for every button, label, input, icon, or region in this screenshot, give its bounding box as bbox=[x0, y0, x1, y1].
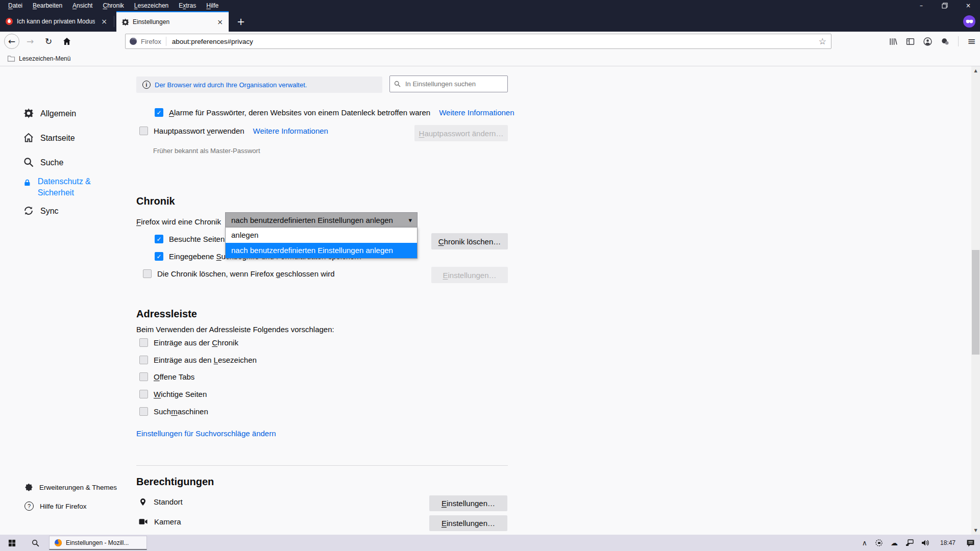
account-icon[interactable] bbox=[923, 37, 932, 46]
new-tab-button[interactable]: + bbox=[233, 11, 249, 32]
toolbar-icons: ≡ bbox=[889, 32, 976, 51]
history-clear-on-close-row: Die Chronik löschen, wenn Firefox geschl… bbox=[143, 269, 335, 278]
mask-icon bbox=[966, 19, 973, 24]
action-center-icon[interactable] bbox=[966, 539, 975, 547]
dropdown-option-benutzerdefiniert[interactable]: nach benutzerdefinierten Einstellungen a… bbox=[226, 243, 417, 258]
master-password-info-link[interactable]: Weitere Informationen bbox=[253, 127, 328, 135]
menu-lesezeichen[interactable]: Lesezeichen bbox=[129, 1, 174, 10]
menu-chronik[interactable]: Chronik bbox=[97, 1, 129, 10]
taskbar-clock[interactable]: 18:47 bbox=[940, 539, 955, 546]
history-heading: Chronik bbox=[136, 195, 175, 207]
sidebar-item-sync[interactable]: Sync bbox=[23, 206, 59, 217]
snip-icon[interactable] bbox=[875, 539, 883, 547]
standort-settings-button[interactable]: Einstellungen… bbox=[429, 495, 507, 511]
extension-icon[interactable] bbox=[941, 37, 949, 46]
sidebar-item-hilfe[interactable]: ? Hilfe für Firefox bbox=[24, 502, 87, 511]
kamera-settings-button[interactable]: Einstellungen… bbox=[429, 515, 507, 531]
search-suggestions-link[interactable]: Einstellungen für Suchvorschläge ändern bbox=[136, 429, 276, 438]
reload-button[interactable]: ↻ bbox=[41, 34, 56, 49]
restore-button[interactable] bbox=[933, 0, 957, 11]
taskbar-search-button[interactable] bbox=[23, 535, 47, 551]
history-clear-on-close-label: Die Chronik löschen, wenn Firefox geschl… bbox=[157, 269, 335, 278]
suggest-bookmarks-row: Einträge aus den Lesezeichen bbox=[139, 356, 257, 364]
breach-alerts-checkbox[interactable]: ✓ bbox=[155, 108, 163, 117]
menu-datei[interactable]: Datei bbox=[3, 1, 28, 10]
tray-chevron-icon[interactable]: ∧ bbox=[862, 539, 867, 547]
sidebar-item-datenschutz-sicherheit[interactable]: Datenschutz & Sicherheit bbox=[23, 176, 105, 198]
taskbar-firefox-button[interactable]: Einstellungen - Mozill... bbox=[49, 536, 147, 550]
suggest-engines-checkbox[interactable] bbox=[139, 407, 148, 416]
private-mask-badge[interactable] bbox=[963, 15, 975, 28]
menu-ansicht[interactable]: Ansicht bbox=[67, 1, 97, 10]
tab-close-icon[interactable]: × bbox=[99, 17, 110, 26]
history-mode-value: nach benutzerdefinierten Einstellungen a… bbox=[226, 216, 403, 224]
bookmark-folder-label[interactable]: Lesezeichen-Menü bbox=[19, 55, 70, 62]
search-icon bbox=[32, 539, 39, 547]
history-clear-on-close-checkbox[interactable] bbox=[143, 269, 152, 278]
tab-title: Ich kann den privaten Modus n bbox=[17, 18, 95, 25]
search-icon bbox=[394, 81, 401, 87]
network-icon[interactable] bbox=[905, 539, 914, 546]
scrollbar-thumb[interactable] bbox=[972, 250, 979, 355]
nav-buttons: ← → ↻ bbox=[4, 32, 75, 51]
volume-icon[interactable] bbox=[921, 539, 929, 546]
menu-hilfe[interactable]: Hilfe bbox=[201, 1, 224, 10]
suggest-history-label: Einträge aus der Chronik bbox=[154, 338, 238, 347]
change-master-password-button[interactable]: Hauptpasswort ändern… bbox=[414, 125, 508, 141]
tab-private-mode-article[interactable]: Ich kann den privaten Modus n × bbox=[0, 11, 113, 32]
tab-close-icon[interactable]: × bbox=[214, 18, 226, 26]
history-visited-label: Besuchte Seiten u bbox=[169, 235, 231, 243]
gear-icon bbox=[121, 18, 129, 26]
breach-info-link[interactable]: Weitere Informationen bbox=[439, 108, 514, 117]
scroll-down-arrow[interactable]: ▼ bbox=[971, 526, 980, 535]
breach-alerts-label: Alarme für Passwörter, deren Websites vo… bbox=[169, 108, 430, 117]
sidebar-item-suche[interactable]: Suche bbox=[23, 157, 63, 168]
master-password-checkbox[interactable] bbox=[139, 127, 148, 135]
home-button[interactable] bbox=[59, 34, 75, 49]
history-visited-checkbox[interactable]: ✓ bbox=[155, 235, 163, 243]
menu-extras[interactable]: Extras bbox=[174, 1, 201, 10]
url-bar[interactable]: Firefox about:preferences#privacy ☆ bbox=[125, 34, 831, 49]
permission-standort-row: Standort bbox=[139, 497, 183, 506]
clear-history-button[interactable]: Chronik löschen… bbox=[431, 233, 508, 249]
managed-browser-link[interactable]: Der Browser wird durch Ihre Organisation… bbox=[155, 81, 307, 89]
menu-bearbeiten[interactable]: Bearbeiten bbox=[28, 1, 67, 10]
history-settings-button[interactable]: Einstellungen… bbox=[431, 267, 508, 283]
sidebar-toggle-icon[interactable] bbox=[906, 37, 915, 46]
start-button[interactable] bbox=[0, 535, 23, 551]
permission-kamera-row: Kamera bbox=[139, 517, 181, 526]
history-forms-checkbox[interactable]: ✓ bbox=[155, 252, 163, 261]
tab-separator bbox=[114, 16, 114, 27]
taskbar-app-label: Einstellungen - Mozill... bbox=[66, 539, 129, 546]
sidebar-item-startseite[interactable]: Startseite bbox=[23, 133, 75, 144]
forward-button[interactable]: → bbox=[22, 34, 38, 49]
suggest-history-checkbox[interactable] bbox=[139, 338, 148, 347]
sidebar-item-erweiterungen-themes[interactable]: Erweiterungen & Themes bbox=[24, 483, 117, 492]
scroll-up-arrow[interactable]: ▲ bbox=[971, 66, 980, 75]
settings-search-input[interactable] bbox=[404, 80, 503, 88]
addressbar-intro-text: Beim Verwenden der Adressleiste Folgende… bbox=[136, 325, 334, 334]
onedrive-cloud-icon[interactable]: ☁ bbox=[891, 539, 898, 547]
home-icon bbox=[23, 133, 34, 143]
bookmark-star-icon[interactable]: ☆ bbox=[819, 36, 826, 46]
lock-icon bbox=[23, 178, 31, 188]
back-button[interactable]: ← bbox=[4, 34, 19, 49]
minimize-button[interactable]: – bbox=[910, 0, 933, 11]
tab-einstellungen[interactable]: Einstellungen × bbox=[116, 11, 229, 32]
suggest-bookmarks-checkbox[interactable] bbox=[139, 356, 148, 364]
dropdown-option-anlegen[interactable]: anlegen bbox=[226, 228, 417, 243]
suggest-topsites-checkbox[interactable] bbox=[139, 390, 148, 398]
menu-hamburger-icon[interactable]: ≡ bbox=[967, 35, 976, 47]
urlbar-separator bbox=[166, 37, 166, 46]
master-password-note: Früher bekannt als Master-Passwort bbox=[153, 147, 260, 155]
library-icon[interactable] bbox=[889, 37, 897, 46]
page-scrollbar[interactable]: ▲ ▼ bbox=[971, 66, 980, 535]
close-button[interactable]: × bbox=[957, 0, 980, 11]
history-mode-select[interactable]: nach benutzerdefinierten Einstellungen a… bbox=[225, 212, 418, 228]
suggest-opentabs-checkbox[interactable] bbox=[139, 372, 148, 381]
sidebar-item-allgemein[interactable]: Allgemein bbox=[23, 108, 76, 119]
sidebar-item-label: Datenschutz & Sicherheit bbox=[38, 176, 105, 198]
history-mode-dropdown: anlegen nach benutzerdefinierten Einstel… bbox=[225, 227, 418, 259]
address-text[interactable]: about:preferences#privacy bbox=[172, 38, 819, 45]
question-icon: ? bbox=[24, 502, 34, 511]
